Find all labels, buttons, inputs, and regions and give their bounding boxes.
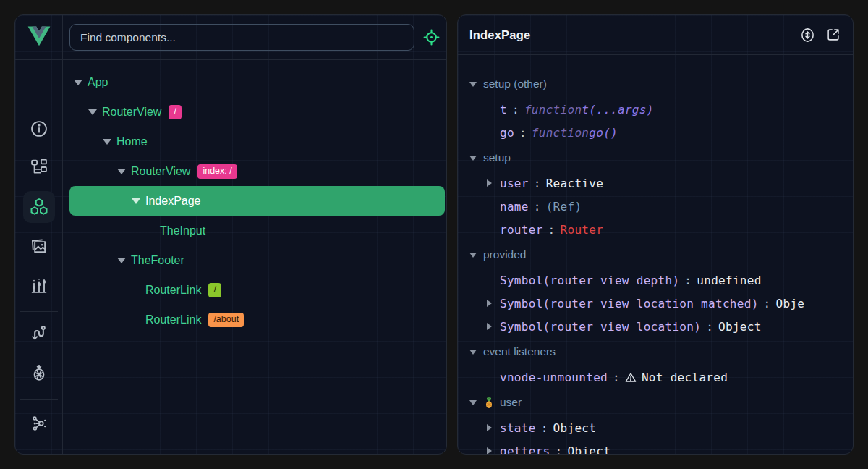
colon: : [507,103,524,117]
colon: : [529,200,546,214]
components-icon [28,196,50,218]
entry-key: user [500,177,529,190]
tree-item-app[interactable]: App [69,67,445,97]
entry-key: Symbol(router view depth) [500,274,679,287]
section-provided[interactable]: provided [458,241,853,269]
tree-item-home[interactable]: Home [69,127,445,156]
collapse-icon[interactable] [103,139,111,145]
topbar [63,15,446,60]
entry-value: t(...args) [582,103,653,117]
expand-icon[interactable] [487,323,495,330]
tree-item-routerview-index[interactable]: RouterView index: / [69,156,445,186]
entry-key: router [500,223,543,237]
tree-item-label: RouterLink [145,284,201,297]
colon: : [514,126,532,140]
colon: : [543,223,561,237]
entry-value: function [532,126,589,140]
entry-value: function [524,103,582,117]
tree-item-routerlink-about[interactable]: RouterLink /about [69,305,445,334]
component-tree: App RouterView / Home RouterView index: … [63,60,446,454]
sidebar-divider [20,399,58,400]
tree-item-label: TheInput [160,224,205,237]
graph-icon [29,413,49,434]
state-entry-getters[interactable]: getters : Object [458,439,853,454]
colon: : [536,421,553,435]
route-badge: / [169,105,181,119]
tree-item-label: RouterLink [145,313,201,326]
state-entry-state[interactable]: state : Object [458,416,853,439]
sidebar-icon-rail [15,60,63,454]
pinia-sidebar-icon [29,362,49,382]
section-pinia-user[interactable]: user [458,389,853,416]
expand-icon[interactable] [487,424,495,431]
hierarchy-icon [29,157,49,177]
tree-item-routerlink-home[interactable]: RouterLink / [69,275,445,305]
colon: : [550,444,568,455]
scroll-to-component-icon[interactable] [799,27,816,43]
tree-item-label: RouterView [102,106,161,119]
tree-item-theinput[interactable]: TheInput [69,216,445,245]
tree-item-label: IndexPage [145,195,201,208]
tree-item-indexpage[interactable]: IndexPage [69,186,445,216]
state-entry-vnode-unmounted: vnode-unmounted : Not declared [458,366,853,389]
sidebar-item-router[interactable] [23,317,55,349]
state-entry-t: t : function t(...args) [458,98,853,121]
sidebar-item-components[interactable] [23,191,55,223]
section-label: user [500,396,522,409]
sidebar-divider [20,449,58,449]
route-badge: index: / [197,164,237,179]
tree-item-thefooter[interactable]: TheFooter [69,245,445,275]
sidebar-item-info[interactable] [23,113,55,145]
info-icon [29,119,49,139]
collapse-icon [469,253,477,258]
expand-icon[interactable] [487,179,495,187]
logo-cell [15,15,63,60]
section-setup[interactable]: setup [458,144,853,172]
tree-item-label: TheFooter [131,254,184,267]
entry-value: Obje [776,297,805,310]
entry-key: t [500,103,507,117]
sidebar-item-pinia[interactable] [23,356,55,388]
colon: : [679,274,697,287]
pinia-pineapple-icon [483,397,495,409]
entry-value: Object [567,444,610,455]
collapse-icon[interactable] [74,80,82,85]
collapse-icon[interactable] [88,109,97,115]
sidebar-item-timeline[interactable] [23,269,55,301]
pick-component-target-icon[interactable] [422,28,441,46]
tree-item-routerview[interactable]: RouterView / [69,97,445,127]
state-entry-router-view-location[interactable]: Symbol(router view location) : Object [458,315,853,338]
collapse-icon[interactable] [132,198,140,204]
entry-key: Symbol(router view location matched) [500,297,759,310]
state-entry-router-view-depth: Symbol(router view depth) : undefined [458,269,853,292]
collapse-icon[interactable] [117,169,126,174]
tree-item-label: RouterView [131,165,190,178]
search-input[interactable] [69,24,414,51]
state-entry-name: name : (Ref) [458,195,853,218]
section-setup-other[interactable]: setup (other) [458,70,853,98]
entry-value: undefined [697,274,761,287]
state-entry-user[interactable]: user : Reactive [458,172,853,195]
expand-icon[interactable] [487,447,495,454]
sidebar-item-graph[interactable] [23,407,55,439]
entry-value: Not declared [642,371,728,384]
sidebar-item-assets[interactable] [23,230,55,262]
collapse-icon [469,400,477,405]
entry-value: Object [553,421,597,435]
entry-key: name [500,200,529,214]
expand-icon[interactable] [487,300,495,307]
section-event-listeners[interactable]: event listeners [458,338,853,366]
entry-key: state [500,421,536,435]
entry-value: go() [589,126,618,140]
entry-value: Router [561,223,604,237]
inspector-body: setup (other) t : function t(...args) go… [458,55,853,454]
colon: : [759,297,776,310]
entry-value: Reactive [546,177,603,190]
open-in-editor-icon[interactable] [825,27,841,43]
sidebar-item-hierarchy[interactable] [23,151,55,183]
colon: : [608,371,625,384]
inspector-header: IndexPage [458,15,853,55]
collapse-icon [469,82,477,87]
state-entry-router-view-location-matched[interactable]: Symbol(router view location matched) : O… [458,292,853,315]
collapse-icon[interactable] [117,258,126,263]
